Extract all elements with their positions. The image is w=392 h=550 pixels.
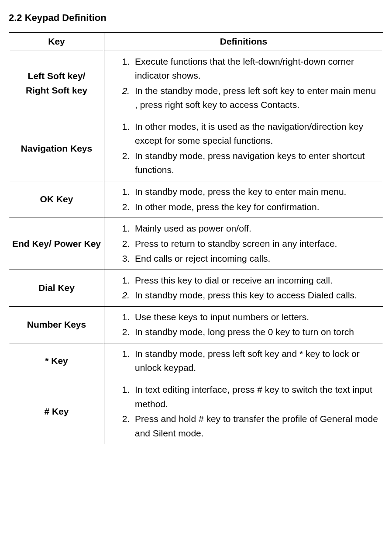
definition-item: In the standby mode, press left soft key… [132,84,380,112]
definition-list: Mainly used as power on/off.Press to ret… [107,221,380,266]
definition-item: In standby mode, press left soft key and… [132,347,380,375]
definition-item: In other modes, it is used as the naviga… [132,120,380,148]
header-key: Key [9,33,104,51]
table-row: * KeyIn standby mode, press left soft ke… [9,343,383,379]
definition-list: Execute functions that the left-down/rig… [107,55,380,112]
definition-item: In standby mode, long press the 0 key to… [132,325,380,339]
definition-item: Press this key to dial or receive an inc… [132,273,380,288]
table-header-row: Key Definitions [9,33,383,51]
key-cell: Navigation Keys [9,116,104,181]
table-row: Navigation KeysIn other modes, it is use… [9,116,383,181]
definition-item: In standby mode, press this key to acces… [132,288,380,303]
key-label-line: * Key [12,354,101,368]
table-row: Dial KeyPress this key to dial or receiv… [9,270,383,306]
definition-list: In standby mode, press the key to enter … [107,185,380,214]
definition-item: Mainly used as power on/off. [132,221,380,236]
key-label-line: End Key/ Power Key [12,237,101,251]
definition-item: Execute functions that the left-down/rig… [132,55,380,83]
definition-item: Press to return to standby screen in any… [132,237,380,251]
table-row: OK KeyIn standby mode, press the key to … [9,181,383,218]
definition-item: In text editing interface, press # key t… [132,383,380,411]
definition-list: In text editing interface, press # key t… [107,383,380,440]
definition-cell: Use these keys to input numbers or lette… [104,306,383,343]
key-cell: Dial Key [9,270,104,306]
key-label-line: Navigation Keys [12,142,101,156]
definition-cell: Mainly used as power on/off.Press to ret… [104,218,383,270]
table-row: Number KeysUse these keys to input numbe… [9,306,383,343]
definition-cell: In standby mode, press left soft key and… [104,343,383,379]
key-label-line: # Key [12,405,101,419]
key-cell: Number Keys [9,306,104,343]
key-label-line: Dial Key [12,281,101,295]
table-row: Left Soft key/Right Soft keyExecute func… [9,51,383,116]
key-label-line: OK Key [12,192,101,207]
definition-item: End calls or reject incoming calls. [132,252,380,266]
key-cell: Left Soft key/Right Soft key [9,51,104,116]
definition-cell: Press this key to dial or receive an inc… [104,270,383,306]
key-label-line: Left Soft key/ [12,69,101,83]
definition-item: In other mode, press the key for confirm… [132,200,380,214]
table-row: # KeyIn text editing interface, press # … [9,379,383,444]
definition-list: Use these keys to input numbers or lette… [107,310,380,339]
key-cell: End Key/ Power Key [9,218,104,270]
definition-item: In standby mode, press navigation keys t… [132,149,380,177]
definition-list: In standby mode, press left soft key and… [107,347,380,375]
definition-list: Press this key to dial or receive an inc… [107,273,380,303]
definition-item: Press and hold # key to transfer the pro… [132,412,380,440]
key-cell: OK Key [9,181,104,218]
definition-list: In other modes, it is used as the naviga… [107,120,380,177]
definition-cell: In other modes, it is used as the naviga… [104,116,383,181]
keypad-definition-table: Key Definitions Left Soft key/Right Soft… [9,32,383,444]
header-definitions: Definitions [104,33,383,51]
key-cell: # Key [9,379,104,444]
table-body: Left Soft key/Right Soft keyExecute func… [9,51,383,444]
key-label-line: Number Keys [12,318,101,332]
definition-item: In standby mode, press the key to enter … [132,185,380,199]
key-label-line: Right Soft key [12,83,101,98]
key-cell: * Key [9,343,104,379]
table-row: End Key/ Power KeyMainly used as power o… [9,218,383,270]
definition-cell: In standby mode, press the key to enter … [104,181,383,218]
definition-cell: In text editing interface, press # key t… [104,379,383,444]
definition-cell: Execute functions that the left-down/rig… [104,51,383,116]
section-title: 2.2 Keypad Definition [9,10,383,25]
definition-item: Use these keys to input numbers or lette… [132,310,380,325]
